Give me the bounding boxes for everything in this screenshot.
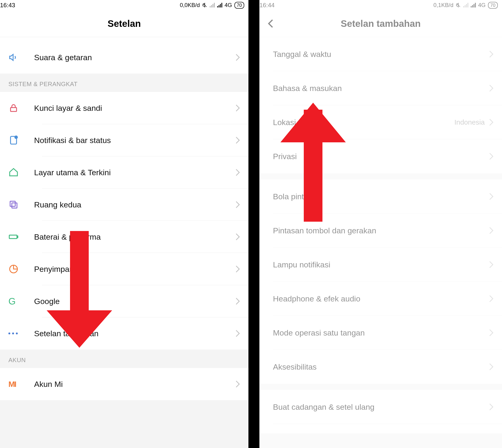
list-item-google[interactable]: G Google <box>0 285 249 317</box>
list-item-pintasan[interactable]: Pintasan tombol dan gerakan <box>259 213 502 248</box>
list-item-privasi[interactable]: Privasi <box>259 139 502 173</box>
signal-weak-icon <box>210 3 215 7</box>
home-icon <box>8 167 19 177</box>
page-title: Setelan tambahan <box>341 18 420 29</box>
mute-icon <box>456 2 461 8</box>
signal-icon <box>471 3 476 7</box>
screenshot-divider <box>249 0 259 448</box>
list-item-setelan-tambahan[interactable]: Setelan tambahan <box>0 317 249 350</box>
net-speed: 0,1KB/d <box>433 2 453 8</box>
status-bar: 16:44 0,1KB/d 4G 70 <box>259 0 502 10</box>
svg-rect-6 <box>9 235 17 239</box>
battery-pill: 70 <box>234 2 244 9</box>
section-header-sistem: SISTEM & PERANGKAT <box>0 74 249 92</box>
list-item-headphone[interactable]: Headphone & efek audio <box>259 282 502 316</box>
chevron-right-icon <box>489 84 494 92</box>
chevron-right-icon <box>235 329 240 337</box>
chevron-right-icon <box>235 168 240 176</box>
list-item-value: Indonesia <box>454 118 485 126</box>
list-item-bola[interactable]: Bola pintas <box>259 179 502 213</box>
theme-icon <box>8 37 34 41</box>
chevron-right-icon <box>489 363 494 371</box>
mute-icon <box>202 2 207 8</box>
chevron-right-icon <box>489 192 494 200</box>
list-item-label: Headphone & efek audio <box>273 294 489 303</box>
chevron-right-icon <box>235 297 240 305</box>
lock-icon <box>8 103 19 113</box>
list-item-label: Privasi <box>273 152 489 161</box>
status-bar: 16:43 0,0KB/d 4G 70 <box>0 0 249 10</box>
section-header-akun: AKUN <box>0 350 249 368</box>
list-item-label: Lokasi <box>273 118 454 127</box>
chevron-right-icon <box>489 261 494 269</box>
list-item-label: Aksesibilitas <box>273 362 489 371</box>
list-item-lokasi[interactable]: Lokasi Indonesia <box>259 105 502 139</box>
status-time: 16:44 <box>259 2 275 9</box>
list-item-label: Google <box>34 297 235 306</box>
back-button[interactable] <box>266 19 275 28</box>
additional-settings-list[interactable]: Tanggal & waktu Bahasa & masukan Lokasi … <box>259 37 502 448</box>
header: Setelan <box>0 10 249 37</box>
list-item-baterai[interactable]: Baterai & performa <box>0 221 249 253</box>
page-title: Setelan <box>108 18 141 29</box>
list-item-label: Tanggal & waktu <box>273 50 489 59</box>
svg-rect-1 <box>11 108 17 112</box>
list-item-aksesibilitas[interactable]: Aksesibilitas <box>259 350 502 384</box>
list-item-kunci[interactable]: Kunci layar & sandi <box>0 92 249 124</box>
signal-weak-icon <box>463 3 469 7</box>
status-time: 16:43 <box>0 2 15 9</box>
list-item-label: Suara & getaran <box>34 53 235 62</box>
settings-list[interactable]: Suara & getaran SISTEM & PERANGKAT Kunci… <box>0 37 249 448</box>
settings-screen: 16:43 0,0KB/d 4G 70 Setelan Suara & geta… <box>0 0 249 448</box>
net-label: 4G <box>478 2 486 8</box>
list-item-label: Ruang kedua <box>34 200 235 209</box>
list-item-layar[interactable]: Layar utama & Terkini <box>0 156 249 189</box>
svg-rect-4 <box>10 201 15 206</box>
svg-rect-5 <box>12 203 17 208</box>
net-label: 4G <box>225 2 232 8</box>
status-right: 0,1KB/d 4G 70 <box>433 2 498 9</box>
list-item-label: Kunci layar & sandi <box>34 104 235 113</box>
list-item-tema-partial[interactable] <box>0 37 249 41</box>
list-item-label: Baterai & performa <box>34 232 235 241</box>
list-item-label: Layar utama & Terkini <box>34 168 235 177</box>
list-item-mode-satu-tangan[interactable]: Mode operasi satu tangan <box>259 316 502 350</box>
chevron-right-icon <box>235 136 240 144</box>
chevron-right-icon <box>235 380 240 388</box>
battery-pill: 70 <box>488 2 498 9</box>
copy-icon <box>8 199 19 210</box>
pie-icon <box>8 264 19 274</box>
list-item-akun-mi[interactable]: MI Akun Mi <box>0 368 249 400</box>
list-item-cadangan[interactable]: Buat cadangan & setel ulang <box>259 390 502 424</box>
chevron-right-icon <box>235 53 240 61</box>
chevron-right-icon <box>235 201 240 208</box>
list-item-notifikasi[interactable]: Notifikasi & bar status <box>0 124 249 156</box>
group-akun: MI Akun Mi <box>0 368 249 400</box>
chevron-right-icon <box>235 104 240 112</box>
chevron-right-icon <box>489 329 494 337</box>
list-item-label: Pintasan tombol dan gerakan <box>273 226 489 235</box>
list-item-tanggal[interactable]: Tanggal & waktu <box>259 37 502 71</box>
net-speed: 0,0KB/d <box>180 2 200 8</box>
list-item-suara[interactable]: Suara & getaran <box>0 41 249 74</box>
list-item-label: Akun Mi <box>34 380 235 389</box>
chevron-right-icon <box>235 265 240 273</box>
additional-settings-screen: 16:44 0,1KB/d 4G 70 Setelan tambahan Tan… <box>259 0 502 448</box>
chevron-right-icon <box>489 50 494 58</box>
list-item-mi-mover-partial[interactable]: Mi Mover <box>259 424 502 433</box>
header: Setelan tambahan <box>259 10 502 37</box>
battery-icon <box>8 232 19 242</box>
list-item-bahasa[interactable]: Bahasa & masukan <box>259 71 502 105</box>
google-icon: G <box>8 296 19 306</box>
list-item-penyimpanan[interactable]: Penyimpanan <box>0 253 249 285</box>
list-item-lampu[interactable]: Lampu notifikasi <box>259 248 502 282</box>
chevron-right-icon <box>489 152 494 160</box>
speaker-icon <box>8 52 19 63</box>
list-item-label: Bola pintas <box>273 192 489 201</box>
list-item-ruang[interactable]: Ruang kedua <box>0 189 249 221</box>
chevron-right-icon <box>489 226 494 235</box>
svg-rect-7 <box>17 236 18 238</box>
more-icon <box>8 333 18 334</box>
list-item-label: Setelan tambahan <box>34 329 235 338</box>
notification-icon <box>8 135 19 145</box>
